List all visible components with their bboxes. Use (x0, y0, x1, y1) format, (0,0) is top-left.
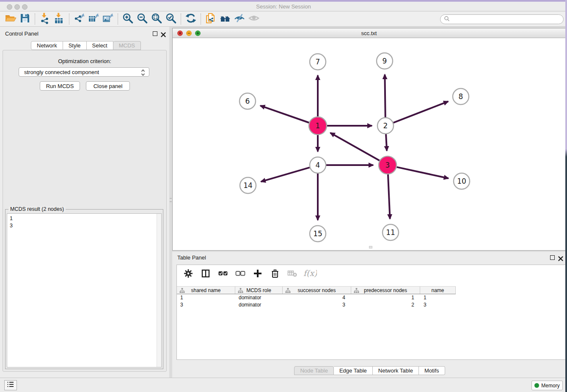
graph-node-1[interactable]: 1 (309, 117, 327, 135)
table-cell[interactable]: dominator (235, 294, 283, 301)
table-cell[interactable]: 3 (283, 301, 351, 309)
graph-node-label: 15 (313, 229, 322, 238)
graph-edge-3-1[interactable] (330, 133, 380, 161)
table-row[interactable]: 3dominator323 (177, 301, 456, 309)
import-network-button[interactable] (38, 13, 52, 25)
save-session-button[interactable] (18, 13, 32, 25)
tab-style[interactable]: Style (63, 41, 87, 50)
graph-node-label: 4 (316, 161, 320, 169)
graph-edge-2-3[interactable] (386, 134, 387, 151)
float-table-panel-icon[interactable] (550, 255, 555, 260)
network-canvas[interactable]: 1234678910111415 (173, 38, 565, 250)
table-cell[interactable]: 2 (351, 301, 420, 309)
toolbar-separator (69, 14, 69, 25)
graph-node-7[interactable]: 7 (310, 54, 326, 70)
table-settings-button[interactable] (183, 269, 194, 280)
zoom-fit-button[interactable] (149, 13, 164, 25)
graph-node-8[interactable]: 8 (453, 88, 469, 105)
delete-column-button[interactable] (270, 269, 281, 280)
graph-node-15[interactable]: 15 (310, 226, 326, 242)
column-header-MCDS-role[interactable]: MCDS role (235, 287, 283, 294)
graph-node-9[interactable]: 9 (377, 53, 393, 69)
function-builder-button[interactable]: f(x) (304, 269, 315, 280)
show-panels-button[interactable] (247, 13, 261, 25)
table-panel: Table Panel f(x) shared nameMCDS rolesuc… (172, 252, 567, 378)
panel-splitter[interactable] (169, 27, 172, 378)
tab-edge-table[interactable]: Edge Table (334, 366, 373, 375)
network-graph[interactable]: 1234678910111415 (173, 38, 565, 250)
tab-mcds[interactable]: MCDS (113, 41, 141, 50)
add-column-button[interactable] (252, 269, 263, 280)
close-panel-icon[interactable] (161, 31, 166, 36)
zoom-out-button[interactable] (135, 13, 149, 25)
graph-node-11[interactable]: 11 (383, 224, 399, 240)
canvas-resize-handle[interactable] (369, 246, 372, 248)
select-all-columns-button[interactable] (217, 269, 228, 280)
table-cell[interactable]: 4 (283, 294, 351, 301)
graph-node-label: 14 (243, 181, 253, 190)
graph-node-3[interactable]: 3 (379, 156, 396, 174)
table-cell[interactable]: 1 (420, 294, 456, 301)
column-header-successor-nodes[interactable]: successor nodes (283, 287, 351, 294)
table-cell[interactable]: 1 (177, 294, 235, 301)
graph-edge-3-11[interactable] (388, 174, 390, 219)
table-cell[interactable]: dominator (235, 301, 283, 309)
search-field[interactable] (440, 14, 564, 24)
show-network-overview-button[interactable] (218, 13, 232, 25)
graph-edge-1-6[interactable] (260, 106, 309, 123)
export-image-button[interactable] (101, 13, 115, 25)
table-row[interactable]: 1dominator411 (177, 294, 456, 301)
table-cell[interactable]: 1 (351, 294, 420, 301)
zoom-selected-button[interactable] (164, 13, 178, 25)
zoom-in-button[interactable] (121, 13, 135, 25)
table-cell[interactable]: 3 (420, 301, 456, 309)
column-header-name[interactable]: name (420, 287, 456, 294)
window-title: Session: New Session (0, 3, 567, 10)
graph-node-14[interactable]: 14 (240, 177, 256, 193)
graph-edge-2-8[interactable] (394, 102, 449, 123)
graph-node-6[interactable]: 6 (239, 93, 256, 109)
refresh-layout-button[interactable] (184, 13, 198, 25)
toolbar-separator (201, 14, 201, 25)
splitter-handle[interactable] (170, 198, 172, 202)
unselect-all-columns-button[interactable] (235, 269, 246, 280)
export-network-button[interactable] (72, 13, 86, 25)
delete-table-icon (287, 269, 297, 280)
graph-node-10[interactable]: 10 (454, 173, 470, 189)
float-panel-icon[interactable] (153, 31, 157, 36)
column-header-shared-name[interactable]: shared name (177, 287, 235, 294)
optimization-criterion-select[interactable]: strongly connected component (19, 67, 149, 77)
mcds-result-textarea[interactable]: 13 (7, 213, 162, 367)
duplicate-network-button[interactable] (204, 13, 218, 25)
graph-node-label: 3 (385, 161, 390, 169)
run-mcds-button[interactable]: Run MCDS (40, 81, 80, 91)
tab-select[interactable]: Select (87, 41, 113, 50)
column-header-predecessor-nodes[interactable]: predecessor nodes (351, 287, 420, 294)
export-table-button[interactable] (86, 13, 101, 25)
graph-node-label: 8 (459, 92, 463, 101)
import-table-button[interactable] (52, 13, 66, 25)
open-session-button[interactable] (3, 13, 18, 25)
tab-node-table[interactable]: Node Table (294, 366, 334, 375)
graph-node-2[interactable]: 2 (377, 118, 394, 134)
graph-edge-4-14[interactable] (261, 168, 310, 182)
list-icon (7, 381, 14, 389)
graph-edge-3-10[interactable] (396, 167, 448, 179)
result-scrollbar[interactable] (157, 214, 161, 367)
search-input[interactable] (452, 17, 563, 22)
graph-edge-2-9[interactable] (385, 75, 385, 117)
graph-node-4[interactable]: 4 (310, 157, 326, 173)
tab-network[interactable]: Network (31, 41, 63, 50)
hide-panels-button[interactable] (232, 13, 247, 25)
task-history-button[interactable] (4, 380, 17, 390)
close-panel-button[interactable]: Close panel (86, 81, 130, 91)
tab-motifs[interactable]: Motifs (419, 366, 445, 375)
mcds-result-group: MCDS result (2 nodes) 13 (5, 209, 163, 369)
memory-button[interactable]: Memory (531, 381, 563, 390)
split-columns-button[interactable] (200, 269, 211, 280)
delete-table-button[interactable] (287, 269, 298, 280)
table-cell[interactable]: 3 (177, 301, 235, 309)
close-table-panel-icon[interactable] (558, 255, 563, 260)
network-window-titlebar[interactable]: scc.txt (173, 28, 565, 38)
tab-network-table[interactable]: Network Table (373, 366, 419, 375)
